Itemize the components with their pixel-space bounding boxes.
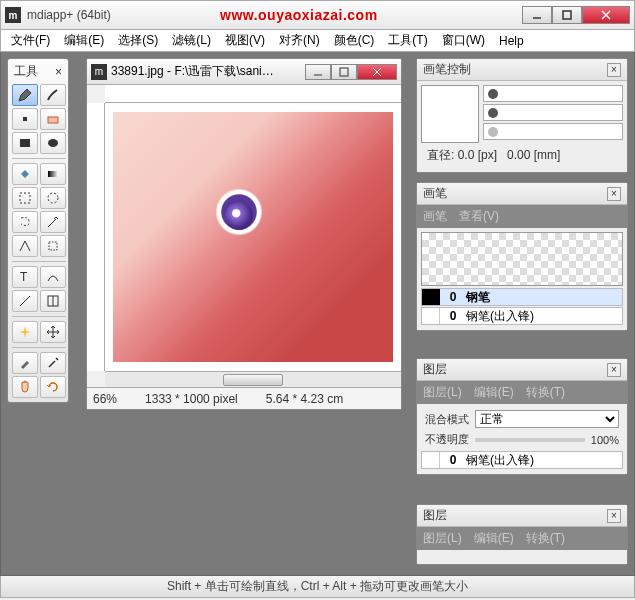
layer-list-item[interactable]: 0 钢笔(出入锋)	[421, 451, 623, 469]
line-tool[interactable]	[12, 290, 38, 312]
tools-close-icon[interactable]: ×	[55, 65, 62, 79]
menu-edit[interactable]: 编辑(E)	[58, 30, 110, 51]
select-ellipse-tool[interactable]	[40, 187, 66, 209]
brush-num: 0	[444, 290, 462, 304]
svg-rect-9	[20, 193, 30, 203]
panel-close-icon[interactable]: ×	[607, 187, 621, 201]
canvas[interactable]	[105, 103, 401, 371]
diameter-px: 0.0 [px]	[458, 148, 497, 162]
brush-name: 钢笔(出入锋)	[462, 308, 622, 325]
brush-list-item[interactable]: 0 钢笔(出入锋)	[421, 307, 623, 325]
lasso-tool[interactable]	[12, 211, 38, 233]
brush-num: 0	[444, 309, 462, 323]
maximize-button[interactable]	[552, 6, 582, 24]
layer2-sub-convert[interactable]: 转换(T)	[526, 530, 565, 547]
shape-ellipse-tool[interactable]	[40, 132, 66, 154]
swatch-icon	[422, 289, 440, 305]
gradient-tool[interactable]	[40, 163, 66, 185]
opacity-value: 100%	[591, 434, 619, 446]
dims-cm: 5.64 * 4.23 cm	[266, 392, 343, 406]
doc-icon: m	[91, 64, 107, 80]
brush-list-item[interactable]: 0 钢笔	[421, 288, 623, 306]
ruler-horizontal	[105, 85, 401, 103]
opacity-slider[interactable]	[475, 438, 585, 442]
layer-panel-2: 图层 × 图层(L) 编辑(E) 转换(T)	[416, 504, 628, 565]
brush-preset-row[interactable]	[483, 104, 623, 121]
wand-tool[interactable]	[40, 211, 66, 233]
status-hint: Shift + 单击可绘制直线，Ctrl + Alt + 拖动可更改画笔大小	[167, 578, 468, 595]
menu-window[interactable]: 窗口(W)	[436, 30, 491, 51]
brush-name: 钢笔	[462, 289, 622, 306]
swatch-icon	[422, 308, 440, 324]
shape-rect-tool[interactable]	[12, 132, 38, 154]
brush-preset-row[interactable]	[483, 85, 623, 102]
brush-sub-brush[interactable]: 画笔	[423, 208, 447, 225]
layer-sub-convert[interactable]: 转换(T)	[526, 384, 565, 401]
minimize-button[interactable]	[522, 6, 552, 24]
picker-tool[interactable]	[40, 352, 66, 374]
path-tool[interactable]	[40, 266, 66, 288]
rotate-tool[interactable]	[40, 376, 66, 398]
layer-panel-title: 图层	[423, 361, 447, 378]
brush-preset-row[interactable]	[483, 123, 623, 140]
brush-preview-large	[421, 85, 479, 143]
svg-rect-5	[48, 117, 58, 123]
dot-tool[interactable]	[12, 108, 38, 130]
move-select-tool[interactable]	[40, 235, 66, 257]
doc-minimize-button[interactable]	[305, 64, 331, 80]
document-title: 33891.jpg - F:\迅雷下载\sani…	[111, 63, 305, 80]
brush-tool[interactable]	[40, 84, 66, 106]
main-statusbar: Shift + 单击可绘制直线，Ctrl + Alt + 拖动可更改画笔大小	[0, 576, 635, 598]
menu-align[interactable]: 对齐(N)	[273, 30, 326, 51]
panel-close-icon[interactable]: ×	[607, 509, 621, 523]
layer-num: 0	[444, 453, 462, 467]
canvas-image	[113, 112, 393, 362]
menu-help[interactable]: Help	[493, 32, 530, 50]
layer-sub-layer[interactable]: 图层(L)	[423, 384, 462, 401]
app-icon: m	[5, 7, 21, 23]
brush-texture-preview	[421, 232, 623, 286]
menu-color[interactable]: 颜色(C)	[328, 30, 381, 51]
blend-mode-select[interactable]: 正常	[475, 410, 619, 428]
text-tool[interactable]: T	[12, 266, 38, 288]
menu-select[interactable]: 选择(S)	[112, 30, 164, 51]
panel-close-icon[interactable]: ×	[607, 63, 621, 77]
layer2-sub-layer[interactable]: 图层(L)	[423, 530, 462, 547]
eyedropper-tool[interactable]	[12, 352, 38, 374]
blend-mode-label: 混合模式	[425, 412, 469, 427]
svg-rect-6	[20, 139, 30, 147]
circle-icon	[488, 108, 498, 118]
sparkle-tool[interactable]	[12, 321, 38, 343]
panel-tool[interactable]	[40, 290, 66, 312]
tools-title: 工具	[14, 63, 38, 80]
close-button[interactable]	[582, 6, 630, 24]
menu-filter[interactable]: 滤镜(L)	[166, 30, 217, 51]
bucket-tool[interactable]	[12, 163, 38, 185]
layer2-sub-edit[interactable]: 编辑(E)	[474, 530, 514, 547]
layer-panel: 图层 × 图层(L) 编辑(E) 转换(T) 混合模式 正常 不透明度 100%…	[416, 358, 628, 475]
doc-scrollbar-h[interactable]	[105, 371, 401, 387]
document-statusbar: 66% 1333 * 1000 pixel 5.64 * 4.23 cm	[87, 387, 401, 409]
diameter-label: 直径:	[427, 148, 454, 162]
svg-point-10	[48, 193, 58, 203]
circle-icon	[488, 89, 498, 99]
menu-file[interactable]: 文件(F)	[5, 30, 56, 51]
menu-tools[interactable]: 工具(T)	[382, 30, 433, 51]
brush-sub-view[interactable]: 查看(V)	[459, 208, 499, 225]
layer-sub-edit[interactable]: 编辑(E)	[474, 384, 514, 401]
move-tool[interactable]	[40, 321, 66, 343]
svg-rect-4	[23, 117, 27, 121]
svg-rect-11	[49, 242, 57, 250]
panel-close-icon[interactable]: ×	[607, 363, 621, 377]
doc-close-button[interactable]	[357, 64, 397, 80]
layer-panel2-title: 图层	[423, 507, 447, 524]
pen-tool[interactable]	[12, 84, 38, 106]
pen-select-tool[interactable]	[12, 235, 38, 257]
workspace: 工具 × T	[0, 52, 635, 576]
select-rect-tool[interactable]	[12, 187, 38, 209]
menu-view[interactable]: 视图(V)	[219, 30, 271, 51]
hand-tool[interactable]	[12, 376, 38, 398]
eraser-tool[interactable]	[40, 108, 66, 130]
svg-rect-1	[563, 11, 571, 19]
doc-maximize-button[interactable]	[331, 64, 357, 80]
